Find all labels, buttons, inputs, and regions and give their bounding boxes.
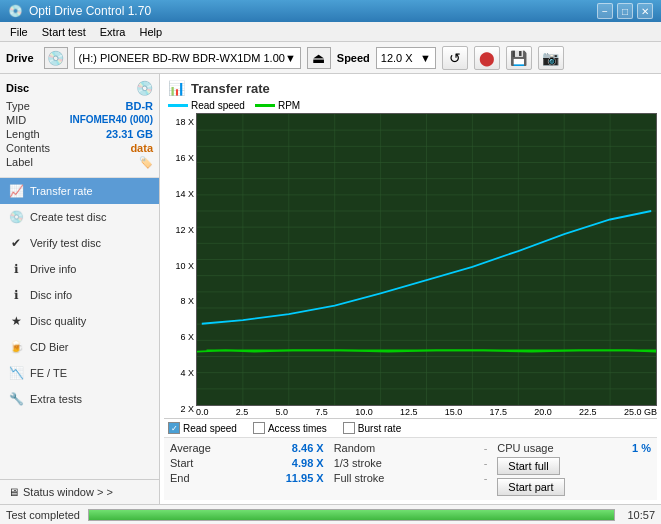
end-row: End 11.95 X <box>170 472 324 484</box>
y-label-2: 2 X <box>166 404 194 414</box>
start-row: Start 4.98 X <box>170 457 324 469</box>
nav-create-test-disc[interactable]: 💿 Create test disc <box>0 204 159 230</box>
sidebar: Disc 💿 Type BD-R MID INFOMER40 (000) Len… <box>0 74 160 504</box>
close-button[interactable]: ✕ <box>637 3 653 19</box>
nav-create-test-label: Create test disc <box>30 211 106 223</box>
maximize-button[interactable]: □ <box>617 3 633 19</box>
nav-disc-info[interactable]: ℹ Disc info <box>0 282 159 308</box>
nav-cd-bier-label: CD Bier <box>30 341 69 353</box>
status-window-button[interactable]: 🖥 Status window > > <box>0 479 159 504</box>
legend-rpm: RPM <box>255 100 300 111</box>
type-value: BD-R <box>126 100 154 112</box>
cd-bier-icon: 🍺 <box>8 339 24 355</box>
toolbar: Drive 💿 (H:) PIONEER BD-RW BDR-WX1DM 1.0… <box>0 42 661 74</box>
save-button[interactable]: 💾 <box>506 46 532 70</box>
menu-file[interactable]: File <box>4 24 34 40</box>
end-label: End <box>170 472 190 484</box>
cb-burst-rate[interactable]: Burst rate <box>343 422 401 434</box>
average-val: 8.46 X <box>292 442 324 454</box>
drive-dropdown[interactable]: (H:) PIONEER BD-RW BDR-WX1DM 1.00 ▼ <box>74 47 301 69</box>
create-test-icon: 💿 <box>8 209 24 225</box>
status-window-icon: 🖥 <box>8 486 19 498</box>
nav-verify-test-disc[interactable]: ✔ Verify test disc <box>0 230 159 256</box>
cpu-label: CPU usage <box>497 442 553 454</box>
menubar: File Start test Extra Help <box>0 22 661 42</box>
nav-fe-te[interactable]: 📉 FE / TE <box>0 360 159 386</box>
legend-rpm-label: RPM <box>278 100 300 111</box>
nav-drive-info-label: Drive info <box>30 263 76 275</box>
nav-disc-info-label: Disc info <box>30 289 72 301</box>
stats-area: Average 8.46 X Start 4.98 X End 11.95 X … <box>164 437 657 500</box>
titlebar-title: 💿 Opti Drive Control 1.70 <box>8 4 151 18</box>
minimize-button[interactable]: − <box>597 3 613 19</box>
menu-help[interactable]: Help <box>133 24 168 40</box>
record-button[interactable]: ⬤ <box>474 46 500 70</box>
legend-read-speed: Read speed <box>168 100 245 111</box>
access-times-checkbox[interactable] <box>253 422 265 434</box>
cb-access-times[interactable]: Access times <box>253 422 327 434</box>
random-val: - <box>484 442 488 454</box>
nav-transfer-rate-label: Transfer rate <box>30 185 93 197</box>
mid-value: INFOMER40 (000) <box>70 114 153 126</box>
app-icon: 💿 <box>8 4 23 18</box>
x-label-20: 20.0 <box>534 407 552 417</box>
x-label-5: 5.0 <box>276 407 289 417</box>
x-label-7-5: 7.5 <box>315 407 328 417</box>
label-icon: 🏷️ <box>139 156 153 169</box>
speed-dropdown[interactable]: 12.0 X ▼ <box>376 47 436 69</box>
screenshot-button[interactable]: 📷 <box>538 46 564 70</box>
nav-transfer-rate[interactable]: 📈 Transfer rate <box>0 178 159 204</box>
y-label-18: 18 X <box>166 117 194 127</box>
length-value: 23.31 GB <box>106 128 153 140</box>
status-window-label: Status window > > <box>23 486 113 498</box>
app-title: Opti Drive Control 1.70 <box>29 4 151 18</box>
end-val: 11.95 X <box>286 472 324 484</box>
cb-read-speed[interactable]: Read speed <box>168 422 237 434</box>
menu-extra[interactable]: Extra <box>94 24 132 40</box>
stat-col-left: Average 8.46 X Start 4.98 X End 11.95 X <box>170 442 324 496</box>
eject-button[interactable]: ⏏ <box>307 47 331 69</box>
length-label: Length <box>6 128 40 140</box>
full-stroke-label: Full stroke <box>334 472 385 484</box>
chart-container: 18 X 16 X 14 X 12 X 10 X 8 X 6 X 4 X 2 X <box>164 113 657 418</box>
nav-cd-bier[interactable]: 🍺 CD Bier <box>0 334 159 360</box>
verify-test-icon: ✔ <box>8 235 24 251</box>
nav-drive-info[interactable]: ℹ Drive info <box>0 256 159 282</box>
start-part-button[interactable]: Start part <box>497 478 564 496</box>
nav-section: 📈 Transfer rate 💿 Create test disc ✔ Ver… <box>0 178 159 479</box>
refresh-button[interactable]: ↺ <box>442 46 468 70</box>
random-label: Random <box>334 442 376 454</box>
menu-start-test[interactable]: Start test <box>36 24 92 40</box>
read-speed-checkbox[interactable] <box>168 422 180 434</box>
label-label: Label <box>6 156 33 169</box>
x-label-22-5: 22.5 <box>579 407 597 417</box>
chart-title-bar: 📊 Transfer rate <box>164 78 657 98</box>
nav-disc-quality[interactable]: ★ Disc quality <box>0 308 159 334</box>
chart-wrapper <box>196 113 657 406</box>
x-label-17-5: 17.5 <box>490 407 508 417</box>
statusbar: Test completed 10:57 <box>0 504 661 524</box>
nav-extra-tests[interactable]: 🔧 Extra tests <box>0 386 159 412</box>
nav-verify-test-label: Verify test disc <box>30 237 101 249</box>
speed-label: Speed <box>337 52 370 64</box>
burst-rate-checkbox[interactable] <box>343 422 355 434</box>
main-content: Disc 💿 Type BD-R MID INFOMER40 (000) Len… <box>0 74 661 504</box>
disc-icon: 💿 <box>136 80 153 96</box>
stat-col-mid: Random - 1/3 stroke - Full stroke - <box>334 442 488 496</box>
stroke-1-3-row: 1/3 stroke - <box>334 457 488 469</box>
chart-plot-area: 0.0 2.5 5.0 7.5 10.0 12.5 15.0 17.5 20.0… <box>196 113 657 418</box>
start-val: 4.98 X <box>292 457 324 469</box>
y-label-12: 12 X <box>166 225 194 235</box>
full-stroke-val: - <box>484 472 488 484</box>
cpu-val: 1 % <box>632 442 651 454</box>
drive-info-icon: ℹ <box>8 261 24 277</box>
extra-tests-icon: 🔧 <box>8 391 24 407</box>
start-full-row: Start full <box>497 457 651 475</box>
transfer-rate-icon: 📈 <box>8 183 24 199</box>
nav-fe-te-label: FE / TE <box>30 367 67 379</box>
chart-title-icon: 📊 <box>168 80 185 96</box>
start-full-button[interactable]: Start full <box>497 457 559 475</box>
legend-read-label: Read speed <box>191 100 245 111</box>
titlebar-controls: − □ ✕ <box>597 3 653 19</box>
full-stroke-row: Full stroke - <box>334 472 488 484</box>
